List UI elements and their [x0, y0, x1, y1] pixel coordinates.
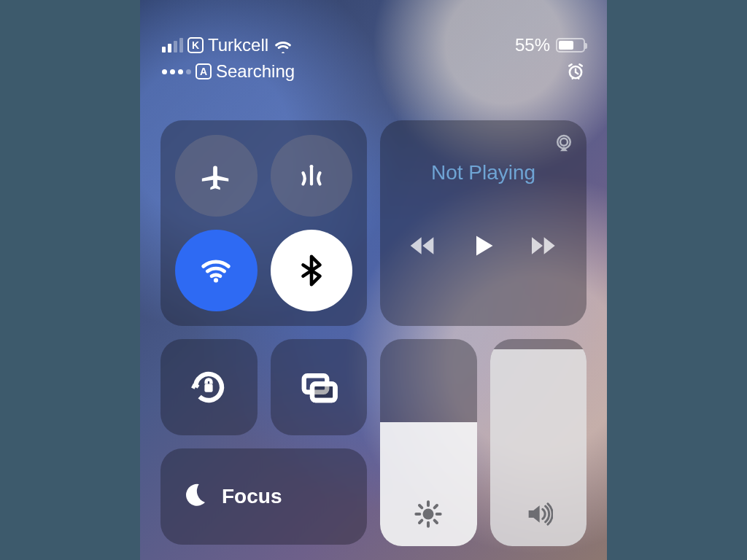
wifi-status-icon — [273, 37, 293, 53]
cellular-data-toggle[interactable] — [271, 135, 353, 217]
volume-slider[interactable] — [490, 339, 587, 546]
signal-bars-primary — [162, 38, 183, 52]
media-controls — [393, 233, 573, 259]
screen-mirroring-button[interactable] — [271, 339, 368, 435]
carrier-primary: Turkcell — [208, 35, 268, 55]
alarm-icon — [566, 62, 585, 81]
status-row-primary: K Turkcell 55% — [162, 34, 585, 57]
svg-point-2 — [214, 278, 218, 282]
airplay-icon[interactable] — [553, 132, 575, 157]
svg-rect-7 — [312, 384, 336, 401]
signal-dots-secondary — [162, 69, 191, 74]
status-bar: K Turkcell 55% A Searching — [140, 0, 607, 83]
battery-icon — [556, 38, 585, 52]
battery-percent: 55% — [515, 35, 550, 55]
focus-label: Focus — [222, 485, 282, 508]
volume-icon — [490, 499, 587, 529]
svg-point-4 — [560, 139, 568, 146]
control-center-grid: Not Playing — [160, 120, 587, 560]
control-center-screen: K Turkcell 55% A Searching — [140, 0, 607, 560]
media-tile[interactable]: Not Playing — [380, 120, 587, 326]
airplane-mode-toggle[interactable] — [175, 135, 258, 217]
svg-point-9 — [423, 509, 434, 520]
focus-button[interactable]: Focus — [160, 448, 367, 545]
connectivity-tile — [160, 120, 367, 326]
bluetooth-toggle[interactable] — [271, 230, 353, 311]
carrier-secondary: Searching — [216, 61, 295, 82]
media-title: Not Playing — [393, 161, 573, 184]
wifi-toggle[interactable] — [175, 230, 258, 311]
play-icon[interactable] — [470, 233, 496, 259]
moon-icon — [179, 481, 209, 513]
svg-point-1 — [309, 165, 313, 168]
status-row-secondary: A Searching — [162, 60, 585, 83]
sim-badge-primary: K — [187, 37, 204, 53]
svg-rect-5 — [205, 384, 213, 392]
fast-forward-icon[interactable] — [528, 235, 557, 257]
rewind-icon[interactable] — [409, 235, 438, 257]
brightness-slider[interactable] — [380, 339, 477, 546]
orientation-lock-button[interactable] — [160, 339, 258, 435]
sim-badge-secondary: A — [196, 63, 212, 79]
brightness-icon — [380, 499, 477, 529]
